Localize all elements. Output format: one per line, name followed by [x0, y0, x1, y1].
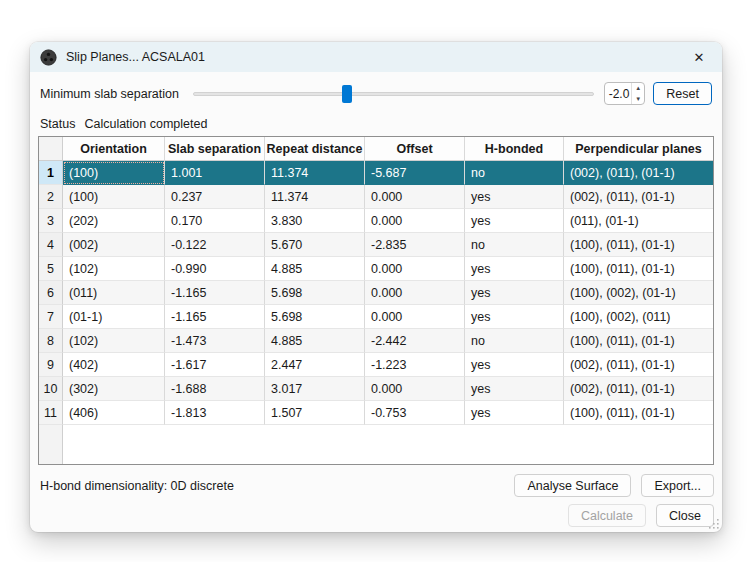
table-row[interactable]: 5(102)-0.9904.8850.000yes(100), (011), (… — [39, 257, 713, 281]
table-cell[interactable]: no — [465, 233, 564, 257]
table-row[interactable]: 6(011)-1.1655.6980.000yes(100), (002), (… — [39, 281, 713, 305]
row-number[interactable]: 8 — [39, 329, 63, 353]
table-cell[interactable]: -1.473 — [165, 329, 265, 353]
table-cell[interactable]: 4.885 — [265, 257, 365, 281]
table-cell[interactable]: (100) — [63, 185, 165, 209]
table-cell[interactable]: (100), (011), (01-1) — [564, 233, 713, 257]
header-perpendicular-planes[interactable]: Perpendicular planes — [564, 137, 713, 161]
table-cell[interactable]: 5.670 — [265, 233, 365, 257]
table-cell[interactable]: 0.000 — [365, 377, 465, 401]
table-cell[interactable]: 2.447 — [265, 353, 365, 377]
row-number[interactable]: 5 — [39, 257, 63, 281]
table-cell[interactable]: 0.000 — [365, 209, 465, 233]
header-slab-separation[interactable]: Slab separation — [165, 137, 265, 161]
table-cell[interactable]: 4.885 — [265, 329, 365, 353]
table-cell[interactable]: -0.990 — [165, 257, 265, 281]
table-cell[interactable]: 0.170 — [165, 209, 265, 233]
table-cell[interactable]: (002), (011), (01-1) — [564, 161, 713, 185]
table-cell[interactable]: yes — [465, 353, 564, 377]
table-row[interactable]: 8(102)-1.4734.885-2.442no(100), (011), (… — [39, 329, 713, 353]
table-row[interactable]: 2(100)0.23711.3740.000yes(002), (011), (… — [39, 185, 713, 209]
slider-track[interactable] — [193, 92, 594, 96]
table-row[interactable]: 7(01-1)-1.1655.6980.000yes(100), (002), … — [39, 305, 713, 329]
row-number[interactable]: 9 — [39, 353, 63, 377]
table-cell[interactable]: 0.000 — [365, 185, 465, 209]
table-cell[interactable]: (002), (011), (01-1) — [564, 353, 713, 377]
table-row[interactable]: 10(302)-1.6883.0170.000yes(002), (011), … — [39, 377, 713, 401]
table-cell[interactable]: 3.830 — [265, 209, 365, 233]
table-cell[interactable]: -0.122 — [165, 233, 265, 257]
spin-up-icon[interactable]: ▲ — [632, 83, 644, 94]
row-number[interactable]: 1 — [39, 161, 63, 185]
table-cell[interactable]: (011), (01-1) — [564, 209, 713, 233]
row-number[interactable]: 3 — [39, 209, 63, 233]
table-cell[interactable]: (100), (011), (01-1) — [564, 257, 713, 281]
table-cell[interactable]: (002), (011), (01-1) — [564, 185, 713, 209]
table-cell[interactable]: (100), (011), (01-1) — [564, 401, 713, 425]
table-cell[interactable]: -1.223 — [365, 353, 465, 377]
table-cell[interactable]: -2.835 — [365, 233, 465, 257]
table-row[interactable]: 4(002)-0.1225.670-2.835no(100), (011), (… — [39, 233, 713, 257]
row-number[interactable]: 4 — [39, 233, 63, 257]
table-cell[interactable]: 0.237 — [165, 185, 265, 209]
table-cell[interactable]: (100), (002), (01-1) — [564, 281, 713, 305]
table-row[interactable]: 9(402)-1.6172.447-1.223yes(002), (011), … — [39, 353, 713, 377]
table-cell[interactable]: 0.000 — [365, 281, 465, 305]
spin-down-icon[interactable]: ▼ — [632, 94, 644, 105]
close-button[interactable]: Close — [656, 504, 714, 527]
analyse-surface-button[interactable]: Analyse Surface — [514, 474, 631, 497]
table-cell[interactable]: (011) — [63, 281, 165, 305]
table-cell[interactable]: yes — [465, 209, 564, 233]
table-cell[interactable]: (002), (011), (01-1) — [564, 377, 713, 401]
table-cell[interactable]: (202) — [63, 209, 165, 233]
row-number[interactable]: 11 — [39, 401, 63, 425]
table-cell[interactable]: yes — [465, 281, 564, 305]
table-cell[interactable]: 0.000 — [365, 305, 465, 329]
table-row[interactable]: 11(406)-1.8131.507-0.753yes(100), (011),… — [39, 401, 713, 425]
table-cell[interactable]: -1.165 — [165, 281, 265, 305]
table-row[interactable]: 1(100)1.00111.374-5.687no(002), (011), (… — [39, 161, 713, 185]
header-repeat-distance[interactable]: Repeat distance — [265, 137, 365, 161]
table-cell[interactable]: -1.617 — [165, 353, 265, 377]
spinbox-value[interactable]: -2.0 — [605, 83, 631, 104]
row-number[interactable]: 6 — [39, 281, 63, 305]
table-cell[interactable]: yes — [465, 185, 564, 209]
table-cell[interactable]: (406) — [63, 401, 165, 425]
table-cell[interactable]: 11.374 — [265, 185, 365, 209]
table-cell[interactable]: 11.374 — [265, 161, 365, 185]
table-cell[interactable]: 5.698 — [265, 281, 365, 305]
row-number[interactable]: 2 — [39, 185, 63, 209]
row-number[interactable]: 7 — [39, 305, 63, 329]
table-cell[interactable]: 5.698 — [265, 305, 365, 329]
table-cell[interactable]: 1.001 — [165, 161, 265, 185]
table-cell[interactable]: -1.688 — [165, 377, 265, 401]
table-cell[interactable]: (100) — [63, 161, 165, 185]
table-cell[interactable]: -2.442 — [365, 329, 465, 353]
resize-grip[interactable] — [709, 519, 719, 529]
table-cell[interactable]: (102) — [63, 257, 165, 281]
table-cell[interactable]: (01-1) — [63, 305, 165, 329]
table-cell[interactable]: yes — [465, 377, 564, 401]
table-cell[interactable]: (302) — [63, 377, 165, 401]
slab-separation-slider[interactable] — [193, 84, 594, 104]
table-cell[interactable]: yes — [465, 305, 564, 329]
row-number[interactable]: 10 — [39, 377, 63, 401]
table-row[interactable]: 3(202)0.1703.8300.000yes(011), (01-1) — [39, 209, 713, 233]
table-cell[interactable]: yes — [465, 401, 564, 425]
table-cell[interactable]: (102) — [63, 329, 165, 353]
table-cell[interactable]: (402) — [63, 353, 165, 377]
calculate-button[interactable]: Calculate — [568, 504, 646, 527]
close-window-icon[interactable]: ✕ — [682, 45, 716, 69]
title-bar[interactable]: Slip Planes... ACSALA01 ✕ — [30, 42, 722, 72]
table-cell[interactable]: (100), (011), (01-1) — [564, 329, 713, 353]
table-cell[interactable]: -5.687 — [365, 161, 465, 185]
table-cell[interactable]: (100), (002), (011) — [564, 305, 713, 329]
table-cell[interactable]: no — [465, 161, 564, 185]
table-cell[interactable]: -0.753 — [365, 401, 465, 425]
table-cell[interactable]: -1.165 — [165, 305, 265, 329]
table-cell[interactable]: 1.507 — [265, 401, 365, 425]
table-cell[interactable]: -1.813 — [165, 401, 265, 425]
slab-separation-spinbox[interactable]: -2.0 ▲ ▼ — [604, 82, 645, 105]
table-cell[interactable]: no — [465, 329, 564, 353]
reset-button[interactable]: Reset — [653, 82, 712, 105]
